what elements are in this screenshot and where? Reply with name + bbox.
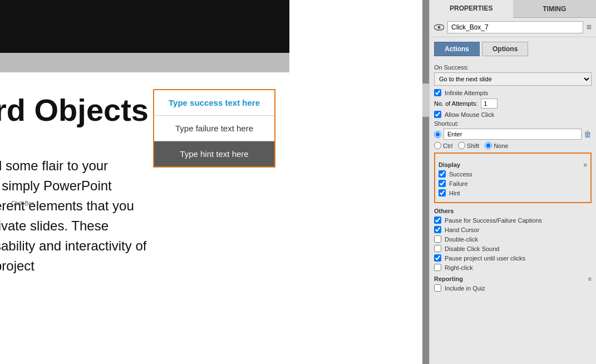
on-success-label: On Success:	[434, 64, 592, 71]
hint-display-row: Hint	[439, 189, 587, 196]
hint-display-checkbox[interactable]	[439, 189, 446, 196]
canvas-area: rd Objects d some flair to your t simply…	[0, 0, 429, 364]
slide-body-line2: t simply PowerPoint	[0, 176, 146, 196]
shortcut-label: Shortcut:	[434, 120, 592, 127]
hint-display-label: Hint	[449, 190, 460, 196]
slide-body-line5: sability and interactivity of	[0, 236, 146, 256]
reporting-section-header: Reporting ≡	[434, 276, 592, 282]
hand-cursor-checkbox[interactable]	[434, 226, 441, 233]
hand-cursor-label: Hand Cursor	[445, 227, 479, 233]
options-button[interactable]: Options	[482, 42, 528, 56]
shift-radio-label[interactable]: Shift	[458, 142, 479, 149]
display-section: Display ≡ Success Failure Hint	[434, 153, 592, 203]
reporting-section: Reporting ≡ Include in Quiz	[434, 276, 592, 292]
display-title: Display	[439, 161, 460, 168]
slide-body: d some flair to your t simply PowerPoint…	[0, 156, 146, 276]
include-in-quiz-row: Include in Quiz	[434, 284, 592, 292]
on-success-field: On Success: Go to the next slide	[434, 64, 592, 86]
reporting-title: Reporting	[434, 276, 463, 282]
hand-cursor-row: Hand Cursor	[434, 226, 592, 233]
infinite-attempts-row: Infinite Attempts	[434, 89, 592, 96]
reporting-menu-icon[interactable]: ≡	[588, 276, 592, 282]
slide-body-line6: project	[0, 256, 146, 276]
disable-click-sound-row: Disable Click Sound	[434, 245, 592, 252]
click-box-label: Click Box	[11, 200, 35, 206]
click-box-container[interactable]: Type success text here Type failure text…	[153, 89, 275, 168]
action-buttons-row: Actions Options	[430, 37, 596, 61]
actions-button[interactable]: Actions	[434, 42, 480, 56]
panel-body: On Success: Go to the next slide Infinit…	[430, 61, 596, 364]
slide-body-line1: d some flair to your	[0, 156, 146, 176]
right-click-row: Right-click	[434, 264, 592, 271]
ctrl-radio[interactable]	[434, 142, 441, 149]
disable-click-sound-checkbox[interactable]	[434, 245, 441, 252]
pause-success-failure-checkbox[interactable]	[434, 217, 441, 224]
panel-menu-icon[interactable]: ≡	[587, 22, 592, 32]
double-click-label: Double-click	[445, 236, 478, 243]
slide-black-bar	[0, 0, 289, 53]
shortcut-radio[interactable]	[434, 131, 441, 138]
failure-caption[interactable]: Type failure text here	[154, 116, 274, 141]
on-success-select[interactable]: Go to the next slide	[434, 72, 592, 86]
slide-title: rd Objects	[0, 92, 149, 128]
double-click-checkbox[interactable]	[434, 235, 441, 243]
tab-timing[interactable]: TIMING	[513, 0, 597, 17]
right-click-label: Right-click	[445, 264, 473, 271]
pause-project-checkbox[interactable]	[434, 254, 441, 262]
include-in-quiz-label: Include in Quiz	[445, 285, 485, 292]
hint-caption[interactable]: Type hint text here	[154, 141, 274, 166]
shortcut-modifier-row: Ctrl Shift None	[434, 142, 592, 149]
visibility-icon[interactable]	[434, 23, 444, 31]
shortcut-delete-button[interactable]: 🗑	[584, 130, 592, 139]
shortcut-input-row: 🗑	[434, 129, 592, 140]
canvas-scrollbar[interactable]	[422, 0, 429, 364]
slide-content: rd Objects d some flair to your t simply…	[0, 0, 423, 364]
success-display-checkbox[interactable]	[439, 170, 446, 178]
right-panel: PROPERTIES TIMING ≡ Actions Options On S…	[429, 0, 596, 364]
attempts-input[interactable]	[481, 99, 498, 109]
ctrl-label: Ctrl	[443, 142, 452, 149]
attempts-label: No. of Attempts:	[434, 100, 477, 107]
failure-display-label: Failure	[449, 180, 468, 187]
disable-click-sound-label: Disable Click Sound	[445, 245, 499, 252]
shift-radio[interactable]	[458, 142, 465, 149]
include-in-quiz-checkbox[interactable]	[434, 284, 441, 292]
success-caption[interactable]: Type success text here	[154, 90, 274, 116]
panel-header: ≡	[430, 18, 596, 37]
shortcut-input[interactable]	[444, 129, 582, 140]
pause-success-failure-label: Pause for Success/Failure Captions	[445, 217, 542, 224]
display-section-header: Display ≡	[439, 161, 587, 168]
svg-point-1	[438, 26, 441, 29]
shift-label: Shift	[467, 142, 479, 149]
panel-tabs: PROPERTIES TIMING	[430, 0, 596, 18]
none-label: None	[494, 142, 508, 149]
others-section-title: Others	[434, 208, 592, 214]
double-click-row: Double-click	[434, 235, 592, 243]
slide-gray-bar	[0, 53, 289, 72]
shortcut-row: Shortcut: 🗑 Ctrl Shift None	[434, 120, 592, 149]
display-menu-icon[interactable]: ≡	[584, 161, 587, 168]
infinite-attempts-checkbox[interactable]	[434, 89, 441, 96]
element-name-input[interactable]	[447, 21, 583, 33]
allow-mouse-click-label: Allow Mouse Click	[445, 111, 494, 118]
failure-display-row: Failure	[439, 180, 587, 187]
pause-project-label: Pause project until user clicks	[445, 255, 525, 262]
none-radio-label[interactable]: None	[485, 142, 508, 149]
allow-mouse-click-row: Allow Mouse Click	[434, 111, 592, 118]
pause-success-failure-row: Pause for Success/Failure Captions	[434, 217, 592, 224]
success-display-row: Success	[439, 170, 587, 178]
tab-properties[interactable]: PROPERTIES	[430, 0, 513, 18]
attempts-row: No. of Attempts:	[434, 99, 592, 109]
slide-body-line4: tivate slides. These	[0, 216, 146, 236]
right-click-checkbox[interactable]	[434, 264, 441, 271]
none-radio[interactable]	[485, 142, 492, 149]
canvas-scroll-thumb[interactable]	[422, 83, 429, 117]
ctrl-radio-label[interactable]: Ctrl	[434, 142, 452, 149]
allow-mouse-click-checkbox[interactable]	[434, 111, 441, 118]
failure-display-checkbox[interactable]	[439, 180, 446, 187]
infinite-attempts-label: Infinite Attempts	[445, 90, 488, 96]
success-display-label: Success	[449, 171, 472, 178]
pause-project-row: Pause project until user clicks	[434, 254, 592, 262]
